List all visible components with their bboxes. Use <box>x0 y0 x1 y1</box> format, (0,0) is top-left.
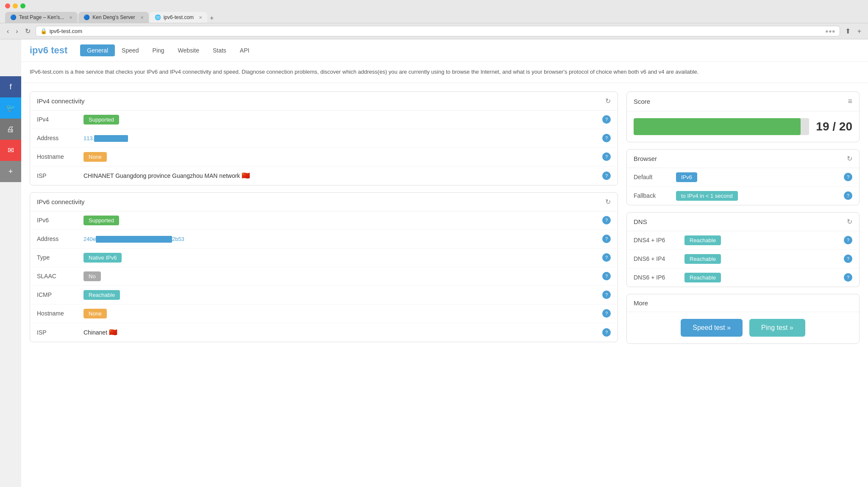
dns-title: DNS <box>634 218 647 225</box>
ipv6-type-row: Type Native IPv6 ? <box>30 249 618 267</box>
dns4-ip6-label: DNS4 + IP6 <box>634 237 684 244</box>
ipv6-isp-help-icon[interactable]: ? <box>602 328 611 337</box>
ipv6-address-text: 240e 2b53 <box>83 236 184 242</box>
address-bar-row: ‹ › ↻ 🔒 ipv6-test.com ●●● ⬆ + <box>0 23 868 39</box>
nav-stats[interactable]: Stats <box>206 44 233 56</box>
ipv6-icmp-help-icon[interactable]: ? <box>602 291 611 299</box>
dns6-ip6-value: Reachable <box>684 273 840 282</box>
more-card: More Speed test » Ping test » <box>626 294 860 344</box>
ipv4-isp-label: ISP <box>37 172 83 179</box>
ipv6-isp-flag: 🇨🇳 <box>109 329 117 336</box>
ipv6-refresh-button[interactable]: ↻ <box>605 198 611 206</box>
ipv4-address-help-icon[interactable]: ? <box>602 134 611 142</box>
dns6-ip4-help[interactable]: ? <box>844 255 852 263</box>
dns4-ip6-help[interactable]: ? <box>844 236 852 244</box>
ipv6-isp-value: Chinanet 🇨🇳 <box>83 328 599 336</box>
browser-title: Browser <box>634 155 657 162</box>
ipv6-address-help-icon[interactable]: ? <box>602 235 611 243</box>
dns6-ip6-help[interactable]: ? <box>844 273 852 282</box>
site-nav: ipv6 test General Speed Ping Website Sta… <box>21 39 868 62</box>
ipv4-refresh-button[interactable]: ↻ <box>605 97 611 105</box>
ipv4-address-label: Address <box>37 135 83 141</box>
nav-website[interactable]: Website <box>171 44 206 56</box>
left-column: IPv4 connectivity ↻ IPv4 Supported ? Add… <box>30 91 618 344</box>
new-tab-button[interactable]: + <box>208 14 215 23</box>
reload-button[interactable]: ↻ <box>23 26 32 36</box>
print-button[interactable]: 🖨 <box>0 119 21 140</box>
ipv4-isp-help-icon[interactable]: ? <box>602 172 611 180</box>
ipv4-label: IPv4 <box>37 116 83 123</box>
tab-close[interactable]: ✕ <box>140 15 144 20</box>
tab-close[interactable]: ✕ <box>199 15 202 20</box>
close-button[interactable] <box>5 3 10 8</box>
browser-default-value: IPv6 <box>676 172 840 182</box>
ipv4-card-title: IPv4 connectivity <box>37 97 85 105</box>
browser-fallback-help[interactable]: ? <box>844 191 852 200</box>
forward-button[interactable]: › <box>14 27 19 36</box>
ipv6-address-label: Address <box>37 235 83 242</box>
ipv6-hostname-help-icon[interactable]: ? <box>602 309 611 318</box>
browser-refresh-button[interactable]: ↻ <box>847 155 852 163</box>
ipv4-address-blur <box>94 135 128 142</box>
tab-ken-server[interactable]: 🔵 Ken Deng's Server ✕ <box>78 12 148 23</box>
tab-close[interactable]: ✕ <box>69 15 72 20</box>
ipv6-type-help-icon[interactable]: ? <box>602 253 611 262</box>
score-value: 19 / 20 <box>816 120 852 133</box>
back-button[interactable]: ‹ <box>5 27 11 36</box>
ipv4-value: Supported <box>83 115 599 125</box>
ipv6-badge: Supported <box>83 216 119 225</box>
browser-default-label: Default <box>634 174 676 180</box>
ipv4-hostname-value: None <box>83 152 599 162</box>
dns-refresh-button[interactable]: ↻ <box>847 218 852 226</box>
ipv6-icmp-badge: Reachable <box>83 290 120 300</box>
ipv6-isp-row: ISP Chinanet 🇨🇳 ? <box>30 323 618 342</box>
tab-ipv6-test[interactable]: 🌐 ipv6-test.com ✕ <box>150 12 207 23</box>
ipv4-hostname-help-icon[interactable]: ? <box>602 152 611 161</box>
ipv6-slaac-help-icon[interactable]: ? <box>602 272 611 280</box>
nav-ping[interactable]: Ping <box>146 44 171 56</box>
main-content: IPv4 connectivity ↻ IPv4 Supported ? Add… <box>21 83 868 352</box>
speed-test-button[interactable]: Speed test » <box>681 319 743 337</box>
logo-text: ipv6 test <box>30 45 67 55</box>
dns6-ip4-label: DNS6 + IP4 <box>634 255 684 262</box>
email-share-button[interactable]: ✉ <box>0 140 21 161</box>
browser-card: Browser ↻ Default IPv6 ? Fallback to IPv… <box>626 149 860 205</box>
minimize-button[interactable] <box>13 3 18 8</box>
ipv4-isp-row: ISP CHINANET Guangdong province Guangzho… <box>30 166 618 185</box>
ipv4-hostname-label: Hostname <box>37 153 83 160</box>
ipv4-hostname-row: Hostname None ? <box>30 148 618 166</box>
maximize-button[interactable] <box>20 3 25 8</box>
ipv4-badge: Supported <box>83 115 119 125</box>
ipv6-type-label: Type <box>37 254 83 261</box>
ipv4-help-icon[interactable]: ? <box>602 115 611 124</box>
ipv6-slaac-value: No <box>83 271 599 281</box>
ipv6-help-icon[interactable]: ? <box>602 216 611 224</box>
tab-test-page[interactable]: 🔵 Test Page – Ken's... ✕ <box>5 12 78 23</box>
twitter-share-button[interactable]: 🐦 <box>0 97 21 119</box>
add-share-button[interactable]: + <box>0 161 21 182</box>
browser-fallback-value: to IPv4 in < 1 second <box>676 191 840 201</box>
score-list-icon: ≡ <box>848 97 852 106</box>
score-bar-background <box>634 118 809 135</box>
ipv6-hostname-row: Hostname None ? <box>30 304 618 323</box>
score-title: Score <box>634 98 650 105</box>
share-button[interactable]: ⬆ <box>843 26 852 36</box>
add-bookmark-button[interactable]: + <box>856 27 863 36</box>
facebook-share-button[interactable]: f <box>0 76 21 97</box>
address-bar[interactable]: 🔒 ipv6-test.com ●●● <box>36 26 840 36</box>
ping-test-button[interactable]: Ping test » <box>749 319 805 337</box>
dns6-ip6-badge: Reachable <box>684 273 721 282</box>
ipv4-isp-text: CHINANET Guangdong province Guangzhou MA… <box>83 172 240 179</box>
dns4-ip6-row: DNS4 + IP6 Reachable ? <box>627 231 859 250</box>
ipv6-value: Supported <box>83 216 599 225</box>
ipv6-hostname-value: None <box>83 309 599 318</box>
ipv6-slaac-label: SLAAC <box>37 273 83 279</box>
ipv4-address-row: Address 113. ? <box>30 129 618 148</box>
score-bar-fill <box>634 118 801 135</box>
browser-default-help[interactable]: ? <box>844 173 852 181</box>
ipv6-icmp-row: ICMP Reachable ? <box>30 286 618 304</box>
nav-speed[interactable]: Speed <box>115 44 145 56</box>
nav-general[interactable]: General <box>80 44 115 56</box>
nav-api[interactable]: API <box>233 44 256 56</box>
ipv6-address-row: Address 240e 2b53 ? <box>30 230 618 249</box>
